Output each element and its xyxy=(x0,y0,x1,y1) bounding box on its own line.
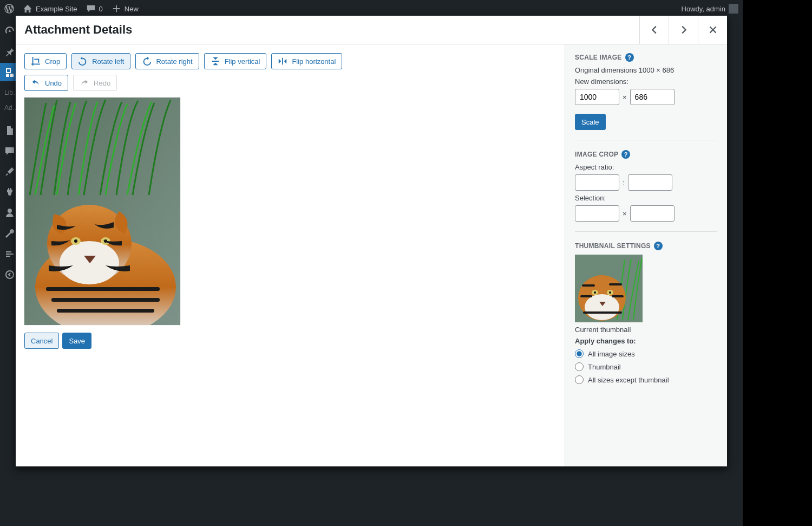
attachment-modal: Attachment Details Crop Rotate left xyxy=(16,16,727,466)
radio-except-thumbnail-input[interactable] xyxy=(575,375,584,384)
help-icon[interactable]: ? xyxy=(654,242,663,250)
redo-icon xyxy=(80,78,89,88)
site-link[interactable]: Example Site xyxy=(23,4,77,14)
radio-all-sizes-input[interactable] xyxy=(575,349,584,358)
wrench-icon xyxy=(4,228,15,239)
crop-label: Crop xyxy=(45,57,60,66)
tiger-image xyxy=(24,98,180,325)
close-button[interactable] xyxy=(698,16,727,44)
cancel-label: Cancel xyxy=(31,337,53,345)
crop-button[interactable]: Crop xyxy=(24,53,67,69)
thumbnail-heading: THUMBNAIL SETTINGS ? xyxy=(575,242,717,250)
radio-thumbnail-input[interactable] xyxy=(575,362,584,371)
undo-button[interactable]: Undo xyxy=(24,75,68,91)
rotate-right-label: Rotate right xyxy=(156,57,192,66)
image-preview[interactable] xyxy=(24,98,180,325)
flip-horizontal-label: Flip horizontal xyxy=(292,57,336,66)
site-name: Example Site xyxy=(36,5,77,13)
svg-rect-22 xyxy=(612,295,624,297)
svg-rect-19 xyxy=(582,284,595,287)
comments-count: 0 xyxy=(99,5,103,13)
scale-button[interactable]: Scale xyxy=(575,114,606,130)
pin-icon xyxy=(4,46,15,57)
rotate-left-icon xyxy=(78,56,88,66)
chevron-left-icon xyxy=(649,24,660,36)
comment-icon xyxy=(86,4,96,14)
selection-width-input[interactable] xyxy=(575,205,619,222)
user-icon xyxy=(4,207,15,218)
chevron-right-icon xyxy=(678,24,690,36)
radio-except-thumbnail-label: All sizes except thumbnail xyxy=(588,376,669,384)
admin-bar: Example Site 0 New Howdy, admin xyxy=(0,0,743,17)
new-link[interactable]: New xyxy=(112,4,139,14)
selection-label: Selection: xyxy=(575,194,717,202)
flip-horizontal-icon xyxy=(278,56,287,66)
flip-vertical-button[interactable]: Flip vertical xyxy=(204,53,267,69)
howdy-link[interactable]: Howdy, admin xyxy=(682,4,738,14)
comments-icon xyxy=(4,146,15,157)
howdy-text: Howdy, admin xyxy=(682,5,725,13)
aspect-ratio-label: Aspect ratio: xyxy=(575,163,717,171)
undo-icon xyxy=(31,78,41,88)
plus-icon xyxy=(112,4,121,14)
flip-horizontal-button[interactable]: Flip horizontal xyxy=(271,53,342,69)
scale-height-input[interactable] xyxy=(630,89,675,105)
scale-width-input[interactable] xyxy=(575,89,619,105)
new-label: New xyxy=(125,5,139,13)
wordpress-icon xyxy=(4,4,14,14)
radio-thumbnail-label: Thumbnail xyxy=(588,363,621,371)
save-button[interactable]: Save xyxy=(62,333,91,349)
svg-rect-23 xyxy=(583,311,622,314)
apply-changes-label: Apply changes to: xyxy=(575,337,717,345)
thumbnail-image xyxy=(575,255,643,322)
svg-point-0 xyxy=(6,271,14,278)
avatar xyxy=(729,4,738,14)
scale-button-label: Scale xyxy=(581,118,599,126)
rotate-left-label: Rotate left xyxy=(92,57,124,66)
settings-panel: SCALE IMAGE ? Original dimensions 1000 ×… xyxy=(565,44,727,466)
thumbnail-preview xyxy=(575,255,643,322)
pages-icon xyxy=(4,125,15,136)
aspect-height-input[interactable] xyxy=(628,174,672,191)
brush-icon xyxy=(4,166,15,177)
rotate-right-icon xyxy=(142,56,152,66)
next-button[interactable] xyxy=(669,16,698,44)
new-dimensions-label: New dimensions: xyxy=(575,77,717,86)
modal-header: Attachment Details xyxy=(16,16,727,44)
radio-except-thumbnail[interactable]: All sizes except thumbnail xyxy=(575,375,717,384)
close-icon xyxy=(707,24,719,36)
help-icon[interactable]: ? xyxy=(625,53,634,62)
aspect-width-input[interactable] xyxy=(575,174,619,191)
undo-label: Undo xyxy=(45,79,62,87)
image-toolbar: Crop Rotate left Rotate right Flip verti… xyxy=(24,53,556,69)
editor-pane: Crop Rotate left Rotate right Flip verti… xyxy=(16,44,565,466)
plugin-icon xyxy=(4,187,15,198)
svg-point-18 xyxy=(609,291,611,294)
radio-thumbnail[interactable]: Thumbnail xyxy=(575,362,717,371)
svg-point-4 xyxy=(60,241,119,284)
home-icon xyxy=(23,4,32,14)
rotate-left-button[interactable]: Rotate left xyxy=(71,53,130,69)
flip-vertical-label: Flip vertical xyxy=(225,57,260,66)
selection-height-input[interactable] xyxy=(630,205,675,222)
wp-logo[interactable] xyxy=(4,4,14,14)
crop-icon xyxy=(31,56,41,66)
radio-all-sizes[interactable]: All image sizes xyxy=(575,349,717,358)
save-label: Save xyxy=(69,337,85,345)
collapse-icon xyxy=(4,269,15,280)
comments-link[interactable]: 0 xyxy=(86,4,103,14)
svg-rect-9 xyxy=(46,287,160,291)
crop-heading: IMAGE CROP ? xyxy=(575,150,717,159)
rotate-right-button[interactable]: Rotate right xyxy=(135,53,199,69)
flip-vertical-icon xyxy=(211,56,220,66)
cancel-button[interactable]: Cancel xyxy=(24,333,59,349)
svg-rect-20 xyxy=(609,283,622,285)
original-dimensions: Original dimensions 1000 × 686 xyxy=(575,66,717,74)
selection-separator: × xyxy=(623,210,627,218)
help-icon[interactable]: ? xyxy=(621,150,630,159)
media-icon xyxy=(4,67,15,77)
svg-rect-21 xyxy=(580,295,592,297)
svg-rect-11 xyxy=(57,309,154,313)
prev-button[interactable] xyxy=(639,16,669,44)
current-thumbnail-label: Current thumbnail xyxy=(575,326,717,334)
